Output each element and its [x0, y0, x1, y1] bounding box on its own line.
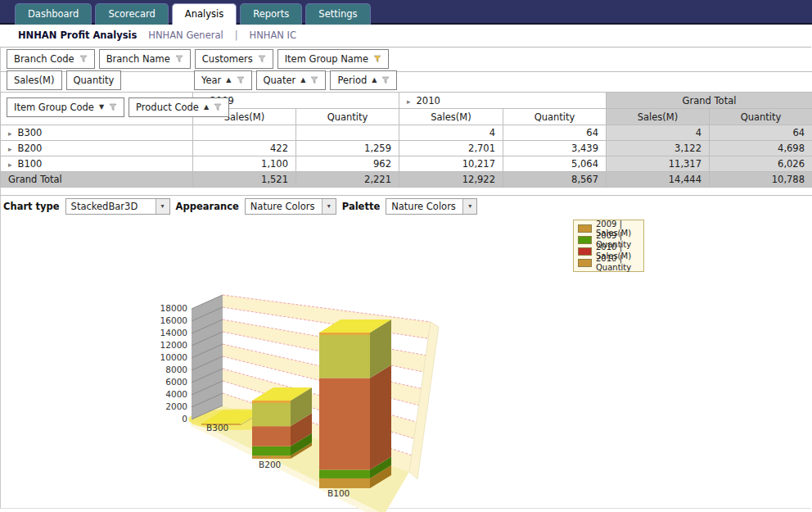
filter-funnel-icon[interactable] — [175, 55, 183, 63]
filter-field-item-group-name[interactable]: Item Group Name — [277, 49, 389, 69]
stacked-bar-3d-chart: 0200040006000800010000120001400016000180… — [156, 287, 450, 512]
chevron-down-icon[interactable]: ▾ — [462, 199, 476, 214]
x-axis-category-label: B100 — [327, 488, 350, 498]
pivot-cell: 4 — [399, 125, 503, 141]
filter-funnel-icon[interactable] — [381, 76, 390, 84]
filter-funnel-icon[interactable] — [214, 103, 222, 111]
pivot-cell: 962 — [296, 156, 399, 172]
chevron-down-icon[interactable]: ▾ — [156, 199, 169, 214]
pivot-cell: 8,567 — [503, 172, 607, 188]
bar-segment — [319, 378, 370, 469]
sort-asc-icon[interactable]: ▲ — [204, 104, 209, 111]
breadcrumb: HNHAN Profit Analysis HNHAN General | HN… — [18, 29, 296, 41]
legend-swatch — [578, 259, 592, 267]
bar-segment — [252, 455, 291, 459]
row-dims-row: Item Group Code▼Product Code▲ — [7, 97, 229, 117]
filter-funnel-icon[interactable] — [310, 76, 318, 84]
chevron-down-icon[interactable]: ▾ — [322, 199, 336, 214]
y-axis-tick-label: 12000 — [160, 340, 187, 350]
report-title: HNHAN Profit Analysis — [18, 29, 137, 41]
pivot-cell: 2,701 — [399, 141, 503, 156]
expand-icon[interactable]: ▸ — [8, 161, 12, 169]
y-axis-tick-label: 8000 — [165, 365, 187, 374]
column-dim-year[interactable]: Year▲ — [194, 70, 252, 90]
pivot-cell — [193, 125, 296, 141]
expand-icon[interactable]: ▸ — [8, 145, 12, 153]
x-axis-category-label: B200 — [259, 460, 281, 469]
y-axis-tick-label: 16000 — [160, 315, 187, 325]
field-label: Item Group Code — [14, 102, 94, 113]
pivot-row-label: ▸B300 — [1, 125, 193, 141]
tab-analysis[interactable]: Analysis — [172, 3, 237, 25]
measure-sales-m-[interactable]: Sales(M) — [7, 70, 62, 90]
y-axis-tick-label: 4000 — [165, 389, 187, 399]
filter-funnel-icon[interactable] — [373, 55, 381, 63]
table-row: ▸B300464464 — [1, 125, 812, 141]
chart-type-value: StackedBar3D — [71, 201, 138, 212]
row-dim-product-code[interactable]: Product Code▲ — [129, 97, 229, 117]
filter-fields-row: Branch CodeBranch NameCustomersItem Grou… — [7, 49, 389, 69]
pivot-body: ▸B300464464▸B2004221,2592,7013,4393,1224… — [1, 125, 812, 188]
field-label: Quantity — [74, 75, 115, 86]
appearance-label: Appearance — [176, 201, 239, 212]
filter-funnel-icon[interactable] — [237, 76, 245, 84]
y-axis-tick-label: 14000 — [160, 328, 187, 338]
pivot-col-group-grand-total: Grand Total — [607, 93, 812, 109]
bar-segment — [252, 426, 291, 446]
filter-field-branch-code[interactable]: Branch Code — [7, 49, 95, 69]
chart-legend: 2009 | Sales(M)2009 | Quantity2010 | Sal… — [573, 220, 644, 272]
main-tabs: DashboardScorecardAnalysisReportsSetting… — [15, 3, 371, 25]
y-axis-tick-label: 0 — [182, 414, 187, 424]
chart-section-divider — [0, 195, 812, 196]
pivot-cell: 1,521 — [193, 172, 296, 188]
table-row: ▸B1001,10096210,2175,06411,3176,026 — [1, 156, 812, 172]
bar-segment — [252, 446, 291, 455]
measure-quantity[interactable]: Quantity — [66, 70, 122, 90]
legend-swatch — [578, 224, 592, 233]
filter-field-branch-name[interactable]: Branch Name — [99, 49, 191, 69]
palette-select[interactable]: Nature Colors ▾ — [386, 198, 477, 215]
filter-funnel-icon[interactable] — [258, 55, 266, 63]
pivot-row-label: Grand Total — [1, 172, 193, 188]
filter-field-customers[interactable]: Customers — [195, 49, 273, 69]
tab-scorecard[interactable]: Scorecard — [95, 3, 168, 25]
field-label: Quater — [264, 75, 296, 86]
pivot-value-header: Sales(M) — [399, 109, 503, 125]
sort-asc-icon[interactable]: ▲ — [372, 77, 377, 84]
filter-funnel-icon[interactable] — [79, 55, 88, 63]
expand-icon[interactable]: ▸ — [407, 97, 411, 106]
pivot-grand-total-row: Grand Total1,5212,22112,9228,56714,44410… — [1, 172, 812, 188]
field-label: Branch Code — [14, 53, 74, 65]
tab-settings[interactable]: Settings — [305, 3, 370, 25]
measures-row: Sales(M)Quantity — [7, 70, 121, 90]
table-row: ▸B2004221,2592,7013,4393,1224,698 — [1, 141, 812, 156]
breadcrumb-link-ic[interactable]: HNHAN IC — [250, 29, 296, 41]
appearance-select[interactable]: Nature Colors ▾ — [245, 198, 336, 215]
legend-item: 2010 | Quantity — [578, 258, 639, 268]
pivot-cell: 64 — [710, 125, 812, 141]
legend-label: 2010 | Quantity — [596, 254, 639, 272]
chart-type-select[interactable]: StackedBar3D ▾ — [65, 198, 170, 215]
field-label: Sales(M) — [14, 75, 55, 86]
bar-top-band — [319, 333, 370, 335]
column-dims-row: Year▲Quater▲Period▲ — [194, 70, 397, 90]
tab-dashboard[interactable]: Dashboard — [15, 3, 92, 25]
row-dim-item-group-code[interactable]: Item Group Code▼ — [7, 97, 124, 117]
field-label: Branch Name — [106, 53, 170, 65]
pivot-cell: 4 — [607, 125, 710, 141]
y-axis-tick-label: 10000 — [160, 352, 187, 362]
field-label: Period — [337, 75, 367, 86]
filter-funnel-icon[interactable] — [109, 103, 117, 111]
breadcrumb-link-general[interactable]: HNHAN General — [148, 29, 223, 41]
expand-icon[interactable]: ▸ — [8, 129, 12, 138]
sort-asc-icon[interactable]: ▲ — [226, 77, 231, 84]
column-dim-period[interactable]: Period▲ — [330, 70, 397, 90]
column-dim-quater[interactable]: Quater▲ — [256, 70, 327, 90]
pivot-cell: 4,698 — [710, 141, 812, 156]
sort-asc-icon[interactable]: ▲ — [300, 77, 305, 84]
pivot-cell: 14,444 — [607, 172, 710, 188]
bar-segment — [252, 401, 291, 426]
tab-reports[interactable]: Reports — [240, 3, 302, 25]
field-label: Product Code — [136, 102, 199, 113]
sort-desc-icon[interactable]: ▼ — [99, 104, 104, 111]
